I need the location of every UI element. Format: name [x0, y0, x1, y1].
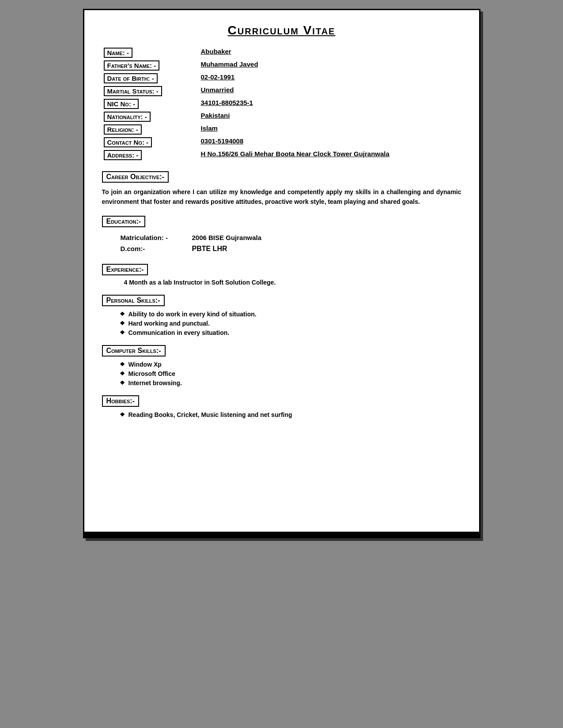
dob-row: Date of Birth: - 02-02-1991: [102, 72, 461, 85]
martial-status-label: Martial Status: -: [102, 85, 199, 98]
career-objective-text: To join an organization where I can util…: [102, 187, 461, 207]
education-table: Matriculation: - 2006 BISE Gujranwala D.…: [102, 232, 461, 255]
education-label-1: D.com:-: [116, 244, 187, 254]
education-row-1: D.com:- PBTE LHR: [116, 244, 461, 254]
personal-skill-2: Communication in every situation.: [120, 329, 461, 336]
contact-label: Contact No: -: [102, 136, 199, 149]
personal-skill-0: Ability to do work in every kind of situ…: [120, 311, 461, 318]
hobbies-list: Reading Books, Cricket, Music listening …: [102, 411, 461, 418]
education-header: Education:-: [102, 216, 146, 227]
fathers-name-value: Muhammad Javed: [199, 59, 461, 72]
bottom-bar: [84, 532, 479, 537]
computer-skills-header: Computer Skills:-: [102, 345, 166, 356]
hobbies-header: Hobbies:-: [102, 395, 139, 407]
experience-header: Experience:-: [102, 264, 148, 275]
personal-skills-section: Personal Skills:- Ability to do work in …: [102, 291, 461, 336]
hobbies-section: Hobbies:- Reading Books, Cricket, Music …: [102, 392, 461, 418]
page-title: Curriculum Vitae: [102, 23, 461, 38]
contact-value: 0301-5194008: [199, 136, 461, 149]
education-section: Education:- Matriculation: - 2006 BISE G…: [102, 212, 461, 255]
nationality-value: Pakistani: [199, 110, 461, 123]
fathers-name-row: Father's Name: - Muhammad Javed: [102, 59, 461, 72]
name-row: Name: - Abubaker: [102, 46, 461, 59]
personal-skills-header: Personal Skills:-: [102, 295, 165, 306]
computer-skills-section: Computer Skills:- Window Xp Microsoft Of…: [102, 341, 461, 387]
hobby-0: Reading Books, Cricket, Music listening …: [120, 411, 461, 418]
dob-value: 02-02-1991: [199, 72, 461, 85]
computer-skill-0: Window Xp: [120, 361, 461, 368]
name-value: Abubaker: [199, 46, 461, 59]
name-label: Name: -: [102, 46, 199, 59]
education-value-1: PBTE LHR: [188, 244, 461, 254]
career-objective-header: Career Objective:-: [102, 171, 169, 183]
nationality-label: Nationality: -: [102, 110, 199, 123]
religion-value: Islam: [199, 123, 461, 136]
personal-info-table: Name: - Abubaker Father's Name: - Muhamm…: [102, 46, 461, 161]
address-label: Address: -: [102, 149, 199, 161]
computer-skills-list: Window Xp Microsoft Office Internet brow…: [102, 361, 461, 387]
nic-value: 34101-8805235-1: [199, 98, 461, 110]
fathers-name-label: Father's Name: -: [102, 59, 199, 72]
computer-skill-1: Microsoft Office: [120, 370, 461, 377]
education-row-0: Matriculation: - 2006 BISE Gujranwala: [116, 233, 461, 243]
education-label-0: Matriculation: -: [116, 233, 187, 243]
experience-text: 4 Month as a lab Instructor in Soft Solu…: [102, 279, 461, 286]
martial-status-value: Unmarried: [199, 85, 461, 98]
contact-row: Contact No: - 0301-5194008: [102, 136, 461, 149]
personal-skill-1: Hard working and punctual.: [120, 320, 461, 327]
address-value: H No.156/26 Gali Mehar Boota Near Clock …: [199, 149, 461, 161]
experience-section: Experience:- 4 Month as a lab Instructor…: [102, 260, 461, 286]
personal-skills-list: Ability to do work in every kind of situ…: [102, 311, 461, 336]
education-value-0: 2006 BISE Gujranwala: [188, 233, 461, 243]
computer-skill-2: Internet browsing.: [120, 379, 461, 387]
religion-row: Religion: - Islam: [102, 123, 461, 136]
religion-label: Religion: -: [102, 123, 199, 136]
nic-row: NIC No: - 34101-8805235-1: [102, 98, 461, 110]
resume-page: Curriculum Vitae Name: - Abubaker Father…: [83, 9, 480, 538]
martial-status-row: Martial Status: - Unmarried: [102, 85, 461, 98]
career-objective-section: Career Objective:- To join an organizati…: [102, 168, 461, 207]
nic-label: NIC No: -: [102, 98, 199, 110]
dob-label: Date of Birth: -: [102, 72, 199, 85]
nationality-row: Nationality: - Pakistani: [102, 110, 461, 123]
address-row: Address: - H No.156/26 Gali Mehar Boota …: [102, 149, 461, 161]
